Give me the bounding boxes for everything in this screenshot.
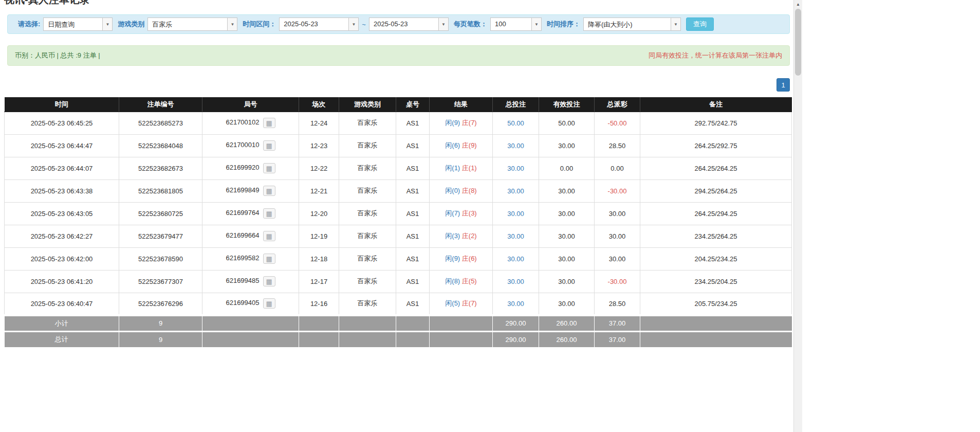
cell-total-bet[interactable]: 30.00 (493, 202, 539, 225)
cell-session: 12-23 (299, 134, 339, 157)
vertical-scrollbar[interactable]: ▲ (793, 0, 802, 432)
cell-bet-id: 522523682673 (119, 157, 202, 179)
cell-round: 621699485▦ (202, 270, 299, 293)
summary-bar: 币别：人民币 | 总共 :9 注单 | 同局有效投注，统一计算在该局第一张注单内 (7, 45, 790, 66)
column-header: 时间 (5, 97, 119, 112)
cell-remark: 264.25/292.75 (640, 134, 792, 157)
cell-valid-bet: 30.00 (539, 225, 595, 247)
cell-result: 闲(6) 庄(9) (430, 134, 493, 157)
round-number: 621699764 (226, 209, 259, 217)
table-header-row: 时间注单编号局号场次游戏类别桌号结果总投注有效投注总派彩备注 (5, 97, 792, 112)
page-size-select[interactable]: 100 ▼ (490, 17, 542, 31)
cell-table-no: AS1 (396, 293, 430, 315)
cell-table-no: AS1 (396, 247, 430, 270)
result-banker: 庄(9) (462, 141, 477, 149)
time-sort-value: 降幂(由大到小) (584, 18, 671, 30)
cell-bet-id: 522523684048 (119, 134, 202, 157)
total-cell (396, 331, 430, 347)
cell-payout: 28.50 (595, 134, 640, 157)
search-button[interactable]: 查询 (686, 17, 714, 31)
result-banker: 庄(7) (462, 119, 477, 127)
roadmap-icon[interactable]: ▦ (263, 254, 275, 264)
cell-valid-bet: 30.00 (539, 134, 595, 157)
column-header: 备注 (640, 97, 792, 112)
cell-round: 621699849▦ (202, 179, 299, 202)
roadmap-icon[interactable]: ▦ (263, 208, 275, 219)
cell-total-bet[interactable]: 30.00 (493, 157, 539, 179)
scrollbar-thumb[interactable] (795, 9, 801, 76)
bet-records-table: 时间注单编号局号场次游戏类别桌号结果总投注有效投注总派彩备注 2025-05-2… (4, 97, 792, 347)
round-number: 621699664 (226, 231, 259, 239)
roadmap-icon[interactable]: ▦ (263, 276, 275, 286)
round-number: 621699849 (226, 186, 259, 194)
result-banker: 庄(7) (462, 299, 477, 307)
column-header: 局号 (202, 97, 299, 112)
date-to-select[interactable]: 2025-05-23 ▼ (369, 17, 449, 31)
date-range-separator: ~ (362, 21, 366, 28)
cell-total-bet[interactable]: 30.00 (493, 225, 539, 247)
page-size-value: 100 (491, 18, 531, 30)
cell-round: 621699664▦ (202, 225, 299, 247)
chevron-down-icon[interactable]: ▼ (671, 18, 680, 30)
cell-valid-bet: 30.00 (539, 179, 595, 202)
page-1-button[interactable]: 1 (776, 78, 790, 92)
cell-total-bet[interactable]: 30.00 (493, 247, 539, 270)
cell-remark: 292.75/242.75 (640, 112, 792, 134)
cell-game-type: 百家乐 (339, 247, 396, 270)
cell-valid-bet: 30.00 (539, 293, 595, 315)
roadmap-icon[interactable]: ▦ (263, 163, 275, 173)
roadmap-icon[interactable]: ▦ (263, 231, 275, 241)
subtotal-cell: 37.00 (595, 315, 640, 331)
chevron-down-icon[interactable]: ▼ (348, 18, 358, 30)
total-cell (640, 331, 792, 347)
column-header: 注单编号 (119, 97, 202, 112)
time-sort-label: 时间排序： (547, 20, 580, 29)
cell-total-bet[interactable]: 30.00 (493, 179, 539, 202)
result-player: 闲(6) (445, 141, 460, 149)
chevron-down-icon[interactable]: ▼ (102, 18, 112, 30)
cell-valid-bet: 30.00 (539, 270, 595, 293)
cell-round: 621699920▦ (202, 157, 299, 179)
cell-total-bet[interactable]: 30.00 (493, 293, 539, 315)
cell-bet-id: 522523678590 (119, 247, 202, 270)
roadmap-icon[interactable]: ▦ (263, 186, 275, 196)
cell-round: 621699582▦ (202, 247, 299, 270)
column-header: 结果 (430, 97, 493, 112)
cell-valid-bet: 50.00 (539, 112, 595, 134)
game-type-select[interactable]: 百家乐 ▼ (147, 17, 237, 31)
scroll-up-icon[interactable]: ▲ (794, 0, 802, 8)
table-row: 2025-05-23 06:44:07522523682673621699920… (5, 157, 792, 179)
query-mode-select[interactable]: 日期查询 ▼ (43, 17, 113, 31)
query-mode-value: 日期查询 (44, 18, 102, 30)
roadmap-icon[interactable]: ▦ (263, 118, 275, 128)
subtotal-cell (299, 315, 339, 331)
roadmap-icon[interactable]: ▦ (263, 140, 275, 151)
select-label: 请选择: (18, 20, 40, 29)
total-row: 总计9290.00260.0037.00 (5, 331, 792, 347)
cell-round: 621700102▦ (202, 112, 299, 134)
chevron-down-icon[interactable]: ▼ (531, 18, 541, 30)
cell-total-bet[interactable]: 50.00 (493, 112, 539, 134)
date-range-label: 时间区间： (243, 20, 276, 29)
date-from-value: 2025-05-23 (280, 18, 348, 30)
cell-payout: 28.50 (595, 293, 640, 315)
date-from-select[interactable]: 2025-05-23 ▼ (279, 17, 359, 31)
subtotal-cell: 290.00 (493, 315, 539, 331)
cell-round: 621700010▦ (202, 134, 299, 157)
cell-bet-id: 522523676296 (119, 293, 202, 315)
cell-bet-id: 522523681805 (119, 179, 202, 202)
time-sort-select[interactable]: 降幂(由大到小) ▼ (583, 17, 681, 31)
cell-total-bet[interactable]: 30.00 (493, 270, 539, 293)
cell-total-bet[interactable]: 30.00 (493, 134, 539, 157)
pagination: 1 (7, 78, 790, 92)
chevron-down-icon[interactable]: ▼ (438, 18, 448, 30)
table-row: 2025-05-23 06:44:47522523684048621700010… (5, 134, 792, 157)
result-player: 闲(3) (445, 232, 460, 240)
roadmap-icon[interactable]: ▦ (263, 298, 275, 309)
chevron-down-icon[interactable]: ▼ (227, 18, 237, 30)
game-type-label: 游戏类别 (118, 20, 144, 29)
result-player: 闲(8) (445, 277, 460, 285)
subtotal-cell (202, 315, 299, 331)
result-banker: 庄(1) (462, 164, 477, 172)
cell-result: 闲(9) 庄(6) (430, 247, 493, 270)
